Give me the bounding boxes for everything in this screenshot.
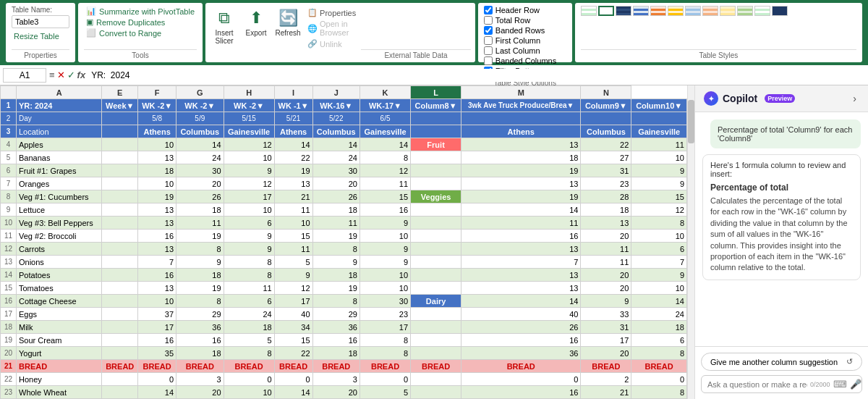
cell[interactable]: Veg #3: Bell Peppers xyxy=(17,217,102,230)
cell[interactable]: 15 xyxy=(631,190,687,203)
cell[interactable]: 10 xyxy=(359,269,410,282)
cell[interactable]: 13 xyxy=(581,217,631,230)
cell[interactable]: Oranges xyxy=(17,177,102,190)
cell[interactable]: 12 xyxy=(224,138,274,151)
insert-slicer-button[interactable]: ⧉ Insert Slicer xyxy=(210,6,239,48)
col-header-G[interactable]: G xyxy=(176,86,224,99)
cell[interactable]: 11 xyxy=(224,282,274,295)
cell[interactable]: 20 xyxy=(581,230,631,243)
cell[interactable] xyxy=(102,373,138,386)
formula-input[interactable] xyxy=(88,69,865,82)
cell[interactable]: 0 xyxy=(631,373,687,386)
cell[interactable]: 15 xyxy=(274,230,312,243)
cell[interactable]: 8 xyxy=(312,243,359,256)
cell[interactable] xyxy=(102,217,138,230)
cell[interactable]: WK -1▼ xyxy=(274,99,312,112)
cell[interactable]: WK -2▼ xyxy=(176,99,224,112)
cell[interactable]: 29 xyxy=(312,308,359,321)
cell[interactable] xyxy=(631,112,687,125)
cell[interactable]: 9 xyxy=(359,217,410,230)
cell[interactable]: 34 xyxy=(274,321,312,334)
cell[interactable]: Potatoes xyxy=(17,269,102,282)
cell[interactable]: 20 xyxy=(581,282,631,295)
cell[interactable]: Columbus xyxy=(581,125,631,138)
cell[interactable]: 20 xyxy=(176,386,224,399)
cell[interactable]: 15 xyxy=(359,190,410,203)
cell[interactable] xyxy=(411,282,461,295)
cell[interactable]: Column8▼ xyxy=(411,99,461,112)
cell[interactable] xyxy=(411,347,461,360)
cell[interactable]: BREAD xyxy=(17,360,102,373)
cell[interactable]: 10 xyxy=(631,230,687,243)
cell[interactable]: 15 xyxy=(274,334,312,347)
cell[interactable]: WK-16▼ xyxy=(312,99,359,112)
cell[interactable]: 11 xyxy=(581,243,631,256)
cell[interactable]: 11 xyxy=(176,217,224,230)
cell[interactable]: 16 xyxy=(138,269,176,282)
export-button[interactable]: ⬆ Export xyxy=(242,6,271,40)
cell[interactable]: 36 xyxy=(312,321,359,334)
cell[interactable]: 5 xyxy=(359,386,410,399)
cell[interactable]: 6/5 xyxy=(359,112,410,125)
cell[interactable]: 17 xyxy=(274,295,312,308)
cell[interactable]: 0 xyxy=(359,373,410,386)
cell[interactable]: 6 xyxy=(631,334,687,347)
table-style-6[interactable] xyxy=(668,6,684,16)
cell[interactable] xyxy=(411,386,461,399)
cell[interactable]: 21 xyxy=(274,190,312,203)
col-header-M[interactable]: M xyxy=(461,86,581,99)
cell[interactable]: BREAD xyxy=(312,360,359,373)
cell[interactable]: 11 xyxy=(359,177,410,190)
cell[interactable]: 19 xyxy=(274,164,312,177)
cell[interactable]: BREAD xyxy=(359,360,410,373)
cell[interactable]: 19 xyxy=(461,164,581,177)
cell[interactable]: Gainesville xyxy=(224,125,274,138)
cell[interactable] xyxy=(102,190,138,203)
cell[interactable]: 24 xyxy=(312,151,359,164)
cell[interactable] xyxy=(581,112,631,125)
cell[interactable]: 9 xyxy=(224,164,274,177)
cell[interactable]: 19 xyxy=(176,282,224,295)
table-style-9[interactable] xyxy=(720,6,736,16)
cell[interactable]: Veggies xyxy=(411,190,461,203)
cell[interactable]: 31 xyxy=(581,164,631,177)
cell[interactable]: 8 xyxy=(631,217,687,230)
table-style-2[interactable] xyxy=(598,6,614,16)
col-header-K[interactable]: K xyxy=(359,86,410,99)
cell[interactable]: 5/8 xyxy=(138,112,176,125)
col-header-L[interactable]: L xyxy=(411,86,461,99)
cell[interactable]: 13 xyxy=(138,217,176,230)
cell[interactable]: Location xyxy=(17,125,102,138)
cell[interactable]: 13 xyxy=(138,243,176,256)
cell[interactable]: 6 xyxy=(224,217,274,230)
cell[interactable]: 17 xyxy=(359,321,410,334)
cell[interactable]: 11 xyxy=(274,203,312,217)
cell[interactable]: 22 xyxy=(581,138,631,151)
cell[interactable]: 9 xyxy=(176,256,224,269)
cell[interactable]: Yogurt xyxy=(17,347,102,360)
cell[interactable]: 23 xyxy=(581,177,631,190)
cell[interactable]: 12 xyxy=(631,203,687,217)
cell[interactable]: 8 xyxy=(312,295,359,308)
cell[interactable]: 19 xyxy=(138,190,176,203)
cell[interactable]: BREAD xyxy=(102,360,138,373)
cell[interactable] xyxy=(102,151,138,164)
table-name-input[interactable] xyxy=(12,15,69,28)
cell[interactable]: 16 xyxy=(461,386,581,399)
last-col-checkbox[interactable] xyxy=(484,46,493,55)
col-header-J[interactable]: J xyxy=(312,86,359,99)
cell[interactable]: Milk xyxy=(17,321,102,334)
convert-to-range-button[interactable]: ⬜ Convert to Range xyxy=(84,28,163,38)
table-style-8[interactable] xyxy=(702,6,718,16)
cell[interactable]: 5 xyxy=(274,256,312,269)
cell[interactable]: 13 xyxy=(274,177,312,190)
cell[interactable]: 5/22 xyxy=(312,112,359,125)
cell[interactable]: Veg #2: Broccoli xyxy=(17,230,102,243)
cell[interactable]: 17 xyxy=(138,321,176,334)
cell[interactable]: 18 xyxy=(176,269,224,282)
cell[interactable]: Sour Cream xyxy=(17,334,102,347)
cell[interactable]: 33 xyxy=(581,308,631,321)
cell[interactable]: 37 xyxy=(138,308,176,321)
cell[interactable] xyxy=(102,138,138,151)
cell[interactable]: 6 xyxy=(631,243,687,256)
